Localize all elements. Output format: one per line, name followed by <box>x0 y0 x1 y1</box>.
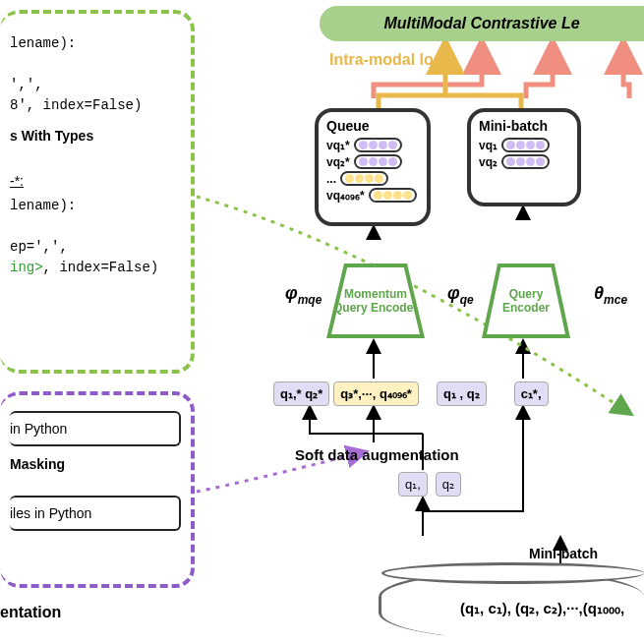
augmentation-label: entation <box>0 604 61 621</box>
phi-mqe-label: φmqe <box>285 283 322 307</box>
theta-mce-label: θmce <box>594 283 627 307</box>
filename-label: -*: <box>10 171 181 192</box>
code-sample-box: lename): ',', 8', index=False) s With Ty… <box>0 10 195 374</box>
contrastive-banner: MultiModal Contrastive Le <box>320 6 644 41</box>
types-section-title: s With Types <box>10 126 181 146</box>
corpus-cylinder: (q₁, c₁), (q₂, c₂),···,(q₁₀₀₀, <box>379 570 644 639</box>
intra-modal-loss-label: Intra-modal loss <box>329 51 451 69</box>
q-mini-row: q₁, q₂ <box>398 472 465 497</box>
minibatch-box: Mini-batch vq₁ vq₂ <box>467 108 581 206</box>
query-item: iles in Python <box>10 496 181 531</box>
q-tokens-row: q₁,* q₂* q₃*,···, q₄₀₉₆* q₁ , q₂ c₁*, <box>273 381 553 406</box>
masking-section-title: Masking <box>10 456 181 472</box>
query-sample-box: in Python Masking iles in Python <box>0 391 195 588</box>
queue-box: Queue vq₁* vq₂* ... vq₄₀₉₆* <box>315 108 431 226</box>
query-encoder: Query Encoder <box>482 263 570 338</box>
momentum-query-encoder: Momentum Query Encoder <box>326 263 425 338</box>
phi-qe-label: φqe <box>447 283 474 307</box>
soft-aug-label: Soft data augmentation <box>295 446 459 463</box>
inter-modal-loss-label: In <box>621 51 635 69</box>
minibatch-label: Mini-batch <box>529 546 598 561</box>
query-item: in Python <box>10 411 181 446</box>
